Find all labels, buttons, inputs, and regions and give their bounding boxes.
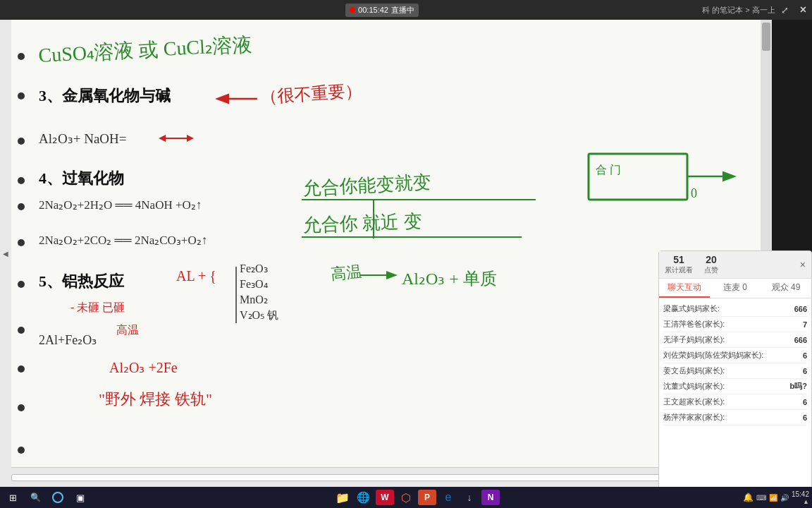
- svg-rect-43: [589, 154, 687, 200]
- svg-text:4、过氧化物: 4、过氧化物: [39, 169, 124, 187]
- top-bar-right: 科 的笔记本 > 高一上 ⤢ ×: [702, 4, 806, 16]
- whiteboard-drawing: CuSO₄溶液 或 CuCl₂溶液 3、金属氧化物与碱 （很不重要） Al₂O₃…: [0, 20, 772, 487]
- svg-text:"野外 焊接 铁轨": "野外 焊接 铁轨": [99, 390, 212, 408]
- svg-text:Fe₂O₃: Fe₂O₃: [240, 262, 268, 274]
- scroll-track[interactable]: [11, 474, 761, 481]
- svg-point-2: [18, 138, 25, 145]
- svg-text:Al₂O₃ + 单质: Al₂O₃ + 单质: [402, 270, 497, 288]
- taskbar-app-hex[interactable]: ⬡: [397, 489, 415, 506]
- search-button[interactable]: 🔍: [25, 489, 45, 506]
- svg-text:Al₂O₃+  NaOH=: Al₂O₃+ NaOH=: [39, 131, 127, 146]
- svg-text:（很不重要）: （很不重要）: [260, 81, 362, 107]
- taskbar-right: 🔔 ⌨ 📶 🔊 15:42 ▲: [743, 490, 809, 505]
- search-icon: 🔍: [30, 492, 41, 502]
- taskbar-notification-icon: 🔔: [743, 492, 753, 502]
- taskbar-onenote[interactable]: N: [481, 490, 500, 505]
- svg-point-0: [18, 53, 25, 60]
- svg-text:合  门: 合 门: [596, 164, 621, 176]
- chat-message-item: 杨萍萍家家(家长): 6: [663, 410, 807, 425]
- msg-value: 6: [786, 351, 807, 360]
- taskbar-edge[interactable]: e: [439, 489, 457, 506]
- msg-username: 姜文岳妈妈(家长):: [663, 365, 786, 376]
- volume-icon: 🔊: [780, 494, 789, 502]
- recording-badge: 00:15:42 直播中: [345, 4, 419, 17]
- chat-message-item: 刘佐荣妈妈(陈佐荣妈妈家长): 6: [663, 348, 807, 363]
- chat-message-item: 梁赢式妈妈家长: 666: [663, 301, 807, 317]
- taskbar-browser[interactable]: 🌐: [355, 489, 373, 506]
- whiteboard: CuSO₄溶液 或 CuCl₂溶液 3、金属氧化物与碱 （很不重要） Al₂O₃…: [0, 20, 772, 487]
- msg-value: 6: [786, 398, 807, 406]
- svg-marker-18: [187, 135, 194, 142]
- taskbar-download[interactable]: ↓: [460, 489, 479, 506]
- breadcrumb: 科 的笔记本 > 高一上: [702, 5, 775, 16]
- taskbar-file-manager[interactable]: 📁: [333, 489, 352, 506]
- chat-message-item: 姜文岳妈妈(家长): 6: [663, 363, 807, 379]
- likes-stat: 20 点赞: [704, 254, 718, 275]
- msg-value: 666: [786, 305, 807, 313]
- msg-username: 王文超家长(家长):: [663, 397, 786, 407]
- svg-text:MnO₂: MnO₂: [240, 294, 268, 306]
- cortana-button[interactable]: [48, 489, 68, 506]
- svg-text:3、金属氧化物与碱: 3、金属氧化物与碱: [39, 87, 171, 104]
- likes-label: 点赞: [704, 265, 718, 275]
- chat-panel: 51 累计观看 20 点赞 × 聊天互动 连麦 0 观众 49 梁赢式妈妈家长:…: [658, 250, 812, 508]
- svg-text:2Na₂O₂+2CO₂ ══ 2Na₂CO₃+O₂↑: 2Na₂O₂+2CO₂ ══ 2Na₂CO₃+O₂↑: [39, 234, 207, 247]
- taskbar-time: 15:42 ▲: [792, 490, 809, 505]
- msg-value: 7: [786, 320, 807, 329]
- svg-text:2Na₂O₂+2H₂O ══ 4NaOH +O₂↑: 2Na₂O₂+2H₂O ══ 4NaOH +O₂↑: [39, 198, 202, 212]
- taskview-icon: ▣: [76, 492, 85, 503]
- top-bar: 00:15:42 直播中 科 的笔记本 > 高一上 ⤢ ×: [0, 0, 812, 20]
- svg-point-9: [18, 404, 25, 411]
- svg-point-6: [18, 281, 25, 288]
- msg-username: 梁赢式妈妈家长:: [663, 303, 786, 314]
- taskbar-apps: 📁 🌐 W ⬡ P e ↓ N: [93, 489, 740, 506]
- svg-text:5、铝热反应: 5、铝热反应: [39, 272, 125, 290]
- chat-message-item: 王文超家长(家长): 6: [663, 394, 807, 410]
- viewers-label: 累计观看: [665, 265, 693, 275]
- msg-value: 666: [786, 336, 807, 344]
- svg-text:高温: 高温: [116, 324, 139, 336]
- svg-text:AL + {: AL + {: [176, 268, 216, 284]
- chat-message-item: 王清萍爸爸(家长): 7: [663, 317, 807, 332]
- viewers-count: 51: [673, 254, 684, 265]
- msg-username: 王清萍爸爸(家长):: [663, 319, 786, 329]
- chat-header: 51 累计观看 20 点赞 ×: [659, 251, 811, 279]
- svg-point-4: [18, 203, 25, 210]
- taskview-button[interactable]: ▣: [70, 489, 90, 506]
- top-bar-center: 00:15:42 直播中: [345, 4, 419, 17]
- taskbar-ppt[interactable]: P: [418, 490, 436, 505]
- svg-point-5: [18, 239, 25, 246]
- left-nav-button[interactable]: ◀: [0, 20, 11, 487]
- svg-point-10: [18, 447, 25, 454]
- tab-lianmai[interactable]: 连麦 0: [710, 279, 761, 298]
- close-button[interactable]: ×: [800, 4, 806, 16]
- svg-text:V₂O₅  钒: V₂O₅ 钒: [240, 309, 278, 321]
- svg-text:CuSO₄溶液 或 CuCl₂溶液: CuSO₄溶液 或 CuCl₂溶液: [38, 33, 253, 66]
- tab-audience[interactable]: 观众 49: [761, 279, 811, 298]
- expand-icon[interactable]: ⤢: [781, 5, 789, 16]
- chat-close-button[interactable]: ×: [800, 259, 806, 270]
- svg-marker-19: [159, 135, 166, 142]
- svg-text:0: 0: [691, 186, 697, 200]
- chat-tabs: 聊天互动 连麦 0 观众 49: [659, 279, 811, 298]
- taskbar-wps[interactable]: W: [376, 490, 394, 505]
- msg-username: 刘佐荣妈妈(陈佐荣妈妈家长):: [663, 350, 786, 361]
- recording-dot: [350, 7, 355, 13]
- taskbar-keyboard-icon: ⌨: [756, 494, 766, 502]
- recording-time: 00:15:42: [358, 6, 388, 14]
- bottom-scroll-bar: ◀ ▶: [0, 467, 772, 487]
- svg-point-8: [18, 365, 25, 373]
- viewers-stat: 51 累计观看: [665, 254, 693, 275]
- msg-username: 沈董式妈妈(家长):: [663, 381, 786, 392]
- tab-chat-interaction[interactable]: 聊天互动: [659, 279, 710, 298]
- svg-text:Al₂O₃ +2Fe: Al₂O₃ +2Fe: [109, 360, 178, 375]
- chat-message-item: 沈董式妈妈(家长): b吗?: [663, 379, 807, 394]
- msg-value: 6: [786, 413, 807, 422]
- start-button[interactable]: ⊞: [3, 489, 23, 506]
- svg-text:允合你能变就变: 允合你能变就变: [302, 172, 431, 199]
- svg-text:Fe₃O₄: Fe₃O₄: [240, 278, 268, 290]
- wifi-icon: 📶: [769, 494, 777, 502]
- chat-messages-list: 梁赢式妈妈家长: 666 王清萍爸爸(家长): 7 无泽子妈妈(家长): 666…: [659, 298, 811, 507]
- taskbar: ⊞ 🔍 ▣ 📁 🌐 W ⬡ P e ↓ N 🔔 ⌨ 📶 🔊 15:42 ▲: [0, 487, 812, 508]
- svg-point-1: [18, 92, 25, 99]
